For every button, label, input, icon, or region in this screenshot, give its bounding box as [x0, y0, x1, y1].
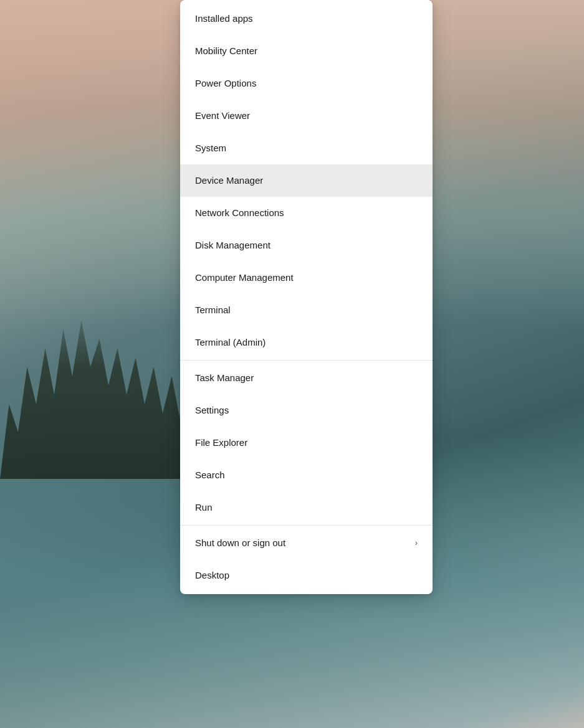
menu-item-device-manager[interactable]: Device Manager: [180, 164, 433, 197]
menu-item-shut-down[interactable]: Shut down or sign out›: [180, 527, 433, 559]
menu-item-label: Task Manager: [195, 372, 254, 384]
menu-item-network-connections[interactable]: Network Connections: [180, 197, 433, 229]
menu-item-event-viewer[interactable]: Event Viewer: [180, 100, 433, 132]
menu-item-terminal-admin[interactable]: Terminal (Admin): [180, 326, 433, 359]
menu-item-label: File Explorer: [195, 437, 247, 449]
menu-item-label: Disk Management: [195, 239, 270, 252]
context-menu: Installed appsMobility CenterPower Optio…: [180, 0, 433, 594]
menu-item-label: Installed apps: [195, 12, 253, 25]
menu-item-installed-apps[interactable]: Installed apps: [180, 2, 433, 35]
menu-item-search[interactable]: Search: [180, 459, 433, 491]
menu-item-desktop[interactable]: Desktop: [180, 559, 433, 592]
menu-item-label: Terminal: [195, 304, 231, 316]
menu-item-label: Device Manager: [195, 174, 263, 187]
menu-item-system[interactable]: System: [180, 132, 433, 164]
menu-item-disk-management[interactable]: Disk Management: [180, 229, 433, 262]
menu-item-settings[interactable]: Settings: [180, 394, 433, 427]
menu-item-run[interactable]: Run: [180, 491, 433, 524]
menu-item-label: Desktop: [195, 569, 229, 582]
menu-item-label: Search: [195, 469, 225, 481]
menu-item-mobility-center[interactable]: Mobility Center: [180, 35, 433, 67]
menu-divider: [180, 360, 433, 361]
menu-item-label: Shut down or sign out: [195, 537, 285, 549]
menu-item-label: Event Viewer: [195, 110, 250, 122]
menu-item-computer-management[interactable]: Computer Management: [180, 262, 433, 294]
menu-item-file-explorer[interactable]: File Explorer: [180, 427, 433, 459]
menu-item-power-options[interactable]: Power Options: [180, 67, 433, 100]
menu-item-label: Power Options: [195, 77, 256, 90]
menu-item-label: Terminal (Admin): [195, 336, 266, 349]
menu-item-label: Mobility Center: [195, 45, 257, 57]
menu-item-label: System: [195, 142, 226, 154]
menu-divider: [180, 525, 433, 526]
menu-item-label: Run: [195, 501, 213, 514]
menu-item-terminal[interactable]: Terminal: [180, 294, 433, 326]
menu-item-task-manager[interactable]: Task Manager: [180, 362, 433, 394]
menu-item-label: Computer Management: [195, 272, 294, 284]
menu-item-arrow-icon: ›: [415, 538, 418, 549]
menu-item-label: Network Connections: [195, 207, 284, 219]
menu-item-label: Settings: [195, 404, 229, 417]
